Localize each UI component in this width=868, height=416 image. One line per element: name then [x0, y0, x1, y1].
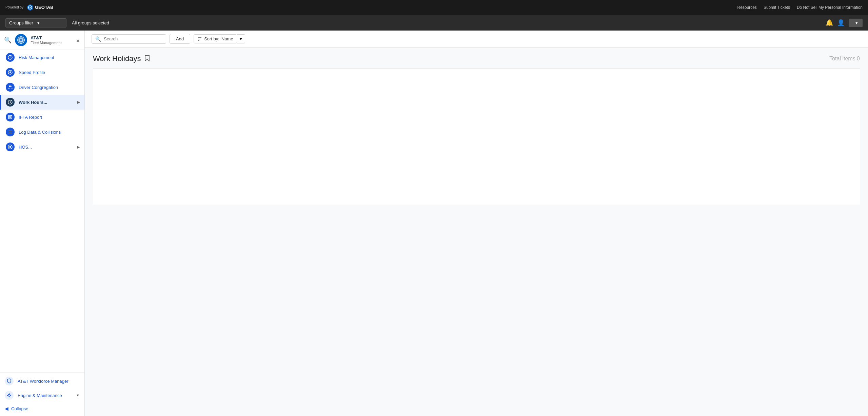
topbar-logo: Powered by GEOTAB	[5, 4, 57, 11]
brand-subtitle: Fleet Management	[31, 41, 62, 45]
hos-icon-svg	[8, 145, 13, 149]
search-box[interactable]: 🔍	[92, 34, 166, 44]
risk-management-icon: ⚠	[6, 53, 15, 62]
topbar-right: Resources Submit Tickets Do Not Sell My …	[737, 5, 863, 10]
svg-point-25	[9, 146, 11, 148]
filterbar-right: 🔔 👤 ▾	[826, 19, 863, 27]
sidebar-item-label: Risk Management	[19, 55, 80, 60]
svg-text:GEOTAB: GEOTAB	[35, 5, 54, 10]
driver-congregation-icon	[6, 83, 15, 92]
dropdown-arrow-icon: ▾	[37, 20, 63, 25]
topbar: Powered by GEOTAB Resources Submit Ticke…	[0, 0, 868, 15]
hos-icon	[6, 143, 15, 151]
workforce-icon-svg	[6, 378, 12, 384]
speed-profile-icon	[6, 68, 15, 77]
att-workforce-label: AT&T Workforce Manager	[18, 379, 80, 384]
sort-dropdown-button[interactable]: ▾	[237, 34, 245, 43]
user-dropdown-arrow-icon: ▾	[855, 20, 858, 25]
do-not-sell-link[interactable]: Do Not Sell My Personal Information	[797, 5, 863, 10]
powered-by-text: Powered by	[5, 5, 23, 10]
sidebar-item-engine-maintenance[interactable]: Engine & Maintenance ▼	[0, 388, 84, 402]
work-hours-icon	[6, 98, 15, 107]
sidebar-item-driver-congregation[interactable]: Driver Congregation	[0, 80, 84, 95]
sidebar-nav: ⚠ Risk Management Speed Profile	[0, 50, 84, 372]
svg-point-14	[10, 86, 12, 87]
sidebar-brand-text: AT&T Fleet Management	[31, 35, 62, 45]
sidebar-header: AT&T Fleet Management	[15, 34, 72, 46]
page-title: Work Holidays	[93, 54, 150, 63]
collapse-label: Collapse	[11, 406, 28, 411]
sidebar-bottom: AT&T Workforce Manager Engine & Maintena…	[0, 372, 84, 416]
risk-icon-svg: ⚠	[8, 55, 13, 60]
att-logo-circle	[15, 34, 27, 46]
bookmark-icon[interactable]	[144, 55, 150, 63]
engine-maintenance-icon	[5, 391, 14, 400]
page-title-text: Work Holidays	[93, 54, 141, 63]
sidebar-item-hos[interactable]: HOS... ▶	[0, 139, 84, 154]
att-workforce-icon	[5, 377, 14, 385]
total-items-count: Total items 0	[829, 56, 860, 62]
sidebar-item-label: Log Data & Collisions	[19, 130, 80, 135]
sidebar-item-ifta-report[interactable]: IFTA Report	[0, 110, 84, 125]
collapse-button[interactable]: ◀ Collapse	[0, 402, 84, 415]
svg-point-2	[29, 7, 31, 8]
sort-dropdown-arrow-icon: ▾	[240, 36, 242, 41]
sort-value: Name	[221, 36, 233, 41]
collapse-chevron-icon: ◀	[5, 406, 8, 411]
sidebar-scroll-up-icon[interactable]: ▲	[76, 37, 80, 43]
sidebar-item-label: IFTA Report	[19, 115, 80, 120]
svg-text:⚠: ⚠	[9, 56, 12, 59]
groups-filter-dropdown[interactable]: Groups filter ▾	[5, 18, 66, 27]
sidebar-item-speed-profile[interactable]: Speed Profile	[0, 65, 84, 80]
sidebar-item-label: Work Hours...	[19, 100, 73, 105]
page-title-row: Work Holidays Total items 0	[93, 54, 860, 63]
sidebar-item-work-hours[interactable]: Work Hours... ▶	[0, 95, 84, 110]
sidebar-item-att-workforce[interactable]: AT&T Workforce Manager	[0, 374, 84, 388]
sidebar: 🔍 AT&T Fleet Management ▲	[0, 31, 85, 416]
empty-content-area	[93, 69, 860, 205]
att-globe-icon	[17, 36, 25, 44]
search-icon: 🔍	[95, 36, 101, 42]
search-input[interactable]	[104, 36, 162, 41]
all-groups-text: All groups selected	[72, 20, 109, 25]
topbar-left: Powered by GEOTAB	[5, 4, 57, 11]
add-button[interactable]: Add	[170, 34, 190, 44]
resources-link[interactable]: Resources	[737, 5, 757, 10]
work-hours-icon-svg	[8, 100, 13, 105]
user-avatar-icon[interactable]: 👤	[837, 19, 845, 26]
sort-control: Sort by: Name ▾	[194, 34, 245, 43]
sidebar-item-label: Speed Profile	[19, 70, 80, 75]
svg-point-13	[9, 86, 10, 87]
content-toolbar: 🔍 Add Sort by: Name ▾	[85, 31, 868, 48]
groups-filter-label: Groups filter	[9, 20, 35, 25]
content-area: 🔍 Add Sort by: Name ▾	[85, 31, 868, 416]
sidebar-item-risk-management[interactable]: ⚠ Risk Management	[0, 50, 84, 65]
brand-name: AT&T	[31, 35, 62, 41]
ifta-report-icon	[6, 113, 15, 121]
filterbar: Groups filter ▾ All groups selected 🔔 👤 …	[0, 15, 868, 31]
engine-maintenance-label: Engine & Maintenance	[18, 393, 72, 398]
submit-tickets-link[interactable]: Submit Tickets	[764, 5, 790, 10]
engine-maintenance-dropdown-icon: ▼	[76, 393, 80, 397]
sort-label: Sort by:	[204, 36, 219, 41]
content-main: Work Holidays Total items 0	[85, 48, 868, 416]
sidebar-item-label: Driver Congregation	[19, 85, 80, 90]
main-layout: 🔍 AT&T Fleet Management ▲	[0, 31, 868, 416]
engine-icon-svg	[6, 393, 12, 398]
log-data-icon	[6, 128, 15, 136]
congregation-icon-svg	[8, 85, 13, 90]
sort-icon	[197, 37, 202, 41]
log-data-icon-svg	[8, 130, 13, 134]
speed-icon-svg	[8, 70, 13, 75]
notification-bell-icon[interactable]: 🔔	[826, 19, 833, 26]
sidebar-item-log-data-collisions[interactable]: Log Data & Collisions	[0, 125, 84, 139]
user-menu-button[interactable]: ▾	[849, 19, 863, 27]
geotab-logo: GEOTAB	[27, 4, 57, 11]
svg-line-17	[10, 102, 11, 103]
bookmark-svg	[144, 55, 150, 61]
sidebar-item-label: HOS...	[19, 145, 73, 150]
sidebar-search-icon[interactable]: 🔍	[4, 36, 12, 44]
work-hours-expand-icon: ▶	[77, 100, 80, 105]
sort-button[interactable]: Sort by: Name	[194, 34, 237, 43]
hos-expand-icon: ▶	[77, 145, 80, 149]
